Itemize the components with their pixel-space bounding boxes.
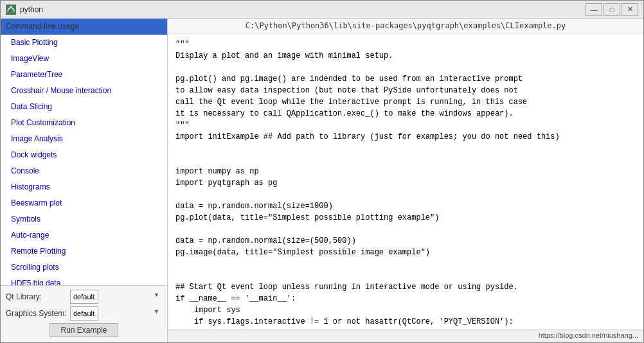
- main-window: python — □ ✕ Command-line usageBasic Plo…: [0, 0, 644, 343]
- sidebar-item-auto-range[interactable]: Auto-range: [1, 227, 167, 243]
- graphics-system-select-wrap: default: [70, 306, 162, 321]
- sidebar-item-console[interactable]: Console: [1, 163, 167, 179]
- graphics-system-label: Graphics System:: [6, 309, 70, 318]
- close-button[interactable]: ✕: [622, 3, 638, 16]
- svg-point-0: [10, 6, 12, 8]
- sidebar-item-basic-plotting[interactable]: Basic Plotting: [1, 35, 167, 51]
- sidebar-item-beeswarm-plot[interactable]: Beeswarm plot: [1, 195, 167, 211]
- status-bar: https://blog.csdn.net/niushang...: [168, 330, 643, 342]
- qt-library-row: Qt Library: default: [6, 290, 162, 304]
- qt-library-label: Qt Library:: [6, 292, 70, 301]
- minimize-button[interactable]: —: [586, 3, 602, 16]
- run-example-button[interactable]: Run Example: [49, 323, 118, 337]
- sidebar-item-scrolling-plots[interactable]: Scrolling plots: [1, 259, 167, 276]
- sidebar-item-command-line-usage[interactable]: Command-line usage: [1, 19, 167, 35]
- sidebar-list: Command-line usageBasic PlottingImageVie…: [1, 19, 167, 285]
- sidebar-item-hdf5-big-data[interactable]: HDF5 big data: [1, 276, 167, 285]
- sidebar-item-image-analysis[interactable]: Image Analysis: [1, 131, 167, 147]
- status-url: https://blog.csdn.net/niushang...: [539, 331, 638, 339]
- sidebar: Command-line usageBasic PlottingImageVie…: [1, 19, 168, 342]
- sidebar-item-data-slicing[interactable]: Data Slicing: [1, 99, 167, 115]
- app-icon: [6, 4, 16, 15]
- window-title: python: [20, 5, 586, 14]
- qt-library-select-wrap: default: [70, 290, 162, 304]
- sidebar-item-parameter-tree[interactable]: ParameterTree: [1, 67, 167, 83]
- file-path: C:\Python\Python36\lib\site-packages\pyq…: [168, 19, 643, 33]
- sidebar-item-crosshair-mouse[interactable]: Crosshair / Mouse interaction: [1, 83, 167, 99]
- sidebar-item-dock-widgets[interactable]: Dock widgets: [1, 147, 167, 163]
- sidebar-item-remote-plotting[interactable]: Remote Plotting: [1, 243, 167, 259]
- sidebar-item-image-view[interactable]: ImageView: [1, 51, 167, 67]
- window-controls: — □ ✕: [586, 3, 638, 16]
- title-bar: python — □ ✕: [1, 1, 643, 19]
- graphics-system-select[interactable]: default: [70, 306, 98, 321]
- sidebar-item-plot-customization[interactable]: Plot Customization: [1, 115, 167, 131]
- code-content: """ Display a plot and an image with min…: [168, 33, 643, 330]
- sidebar-footer: Qt Library: default Graphics System: def…: [1, 285, 167, 342]
- qt-library-select[interactable]: default: [70, 290, 98, 304]
- sidebar-item-symbols[interactable]: Symbols: [1, 211, 167, 227]
- code-panel: C:\Python\Python36\lib\site-packages\pyq…: [168, 19, 643, 342]
- sidebar-item-histograms[interactable]: Histograms: [1, 179, 167, 195]
- graphics-system-row: Graphics System: default: [6, 306, 162, 321]
- main-content: Command-line usageBasic PlottingImageVie…: [1, 19, 643, 342]
- maximize-button[interactable]: □: [604, 3, 620, 16]
